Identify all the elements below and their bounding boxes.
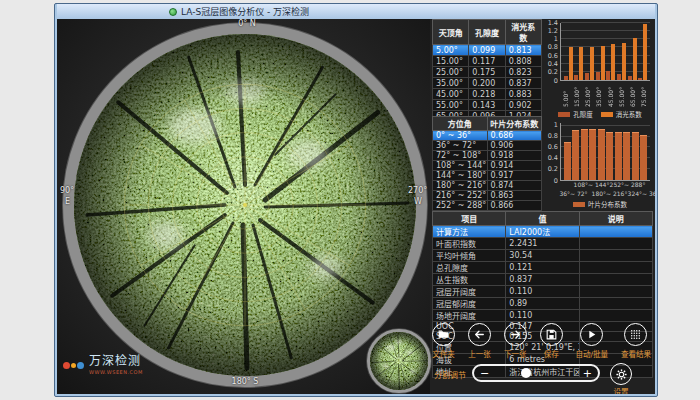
cell: 45.00° (433, 89, 469, 100)
y-tick-label: 1 (554, 36, 558, 43)
play-icon (580, 323, 603, 346)
table-row[interactable]: 叶面积指数2.2431 (433, 238, 653, 250)
button-label: 上一张 (468, 348, 491, 359)
cell: 0.874 (487, 181, 542, 191)
slider-plus-button[interactable]: + (583, 368, 592, 379)
table-row[interactable]: 冠层开阔度0.110 (433, 286, 653, 298)
arrow-left-button[interactable]: 上一张 (468, 323, 491, 361)
table-row[interactable]: 35.00°0.2000.837 (433, 78, 542, 89)
cell: 丛生指数 (433, 274, 506, 286)
bar (564, 76, 568, 80)
legend-item: 消光系数 (601, 109, 642, 119)
cell: 0.110 (506, 286, 579, 298)
column-header: 孔隙度 (469, 20, 505, 45)
x-tick-label: 55.00° (616, 81, 627, 107)
cell: 总孔隙度 (433, 262, 506, 274)
cell: 0.110 (506, 310, 579, 322)
bar-group (584, 23, 595, 80)
compass-north-label: 0° N (225, 19, 269, 28)
cell: 2.2431 (506, 238, 579, 250)
table-row[interactable]: 252° ~ 288°0.866 (433, 201, 542, 211)
y-tick-label: 0.2 (548, 167, 558, 174)
cell: 冠层开阔度 (433, 286, 506, 298)
cell: 0.823 (505, 67, 541, 78)
table-row[interactable]: 144° ~ 180°0.917 (433, 171, 542, 181)
chart-legend: 叶片分布系数 (546, 199, 654, 209)
settings-button[interactable]: 设置 (610, 363, 632, 394)
column-header: 说明 (579, 212, 652, 226)
x-tick-label: 35.00° (594, 81, 605, 107)
table-row[interactable]: 15.00°0.1170.808 (433, 56, 542, 67)
button-label: 下一张 (504, 348, 527, 359)
table-row[interactable]: 0° ~ 36°0.686 (433, 131, 542, 141)
bar-group (631, 123, 640, 180)
x-tick-label: 108°~ 144° (574, 181, 610, 188)
legend-label: 消光系数 (616, 109, 642, 119)
toolbar: 文件夹上一张下一张保存自动/批量查看结果 (432, 323, 651, 361)
cell (579, 274, 652, 286)
table-row[interactable]: 丛生指数0.837 (433, 274, 653, 286)
y-tick-label: 0.4 (548, 61, 558, 68)
title-bar[interactable]: LA-S冠层图像分析仪 - 万深检测 (57, 4, 655, 19)
y-tick-label: 0 (554, 178, 558, 185)
cell: 计算方法 (433, 226, 506, 238)
table-row[interactable]: 72° ~ 108°0.918 (433, 151, 542, 161)
logo-text: 万深检测 (89, 355, 143, 367)
bar (596, 72, 600, 80)
slider-minus-button[interactable]: − (480, 368, 489, 379)
cell: LAI2000法 (506, 226, 579, 238)
table-row[interactable]: 216° ~ 252°0.863 (433, 191, 542, 201)
segmentation-label: 分割调节 (434, 369, 466, 380)
cell: 0.813 (505, 45, 541, 56)
folder-button[interactable]: 文件夹 (432, 323, 455, 361)
cell: 0.917 (487, 171, 542, 181)
bar-group (640, 123, 649, 180)
table-row[interactable]: 冠层郁闭度0.89 (433, 298, 653, 310)
x-tick-label: 324°~ 360° (628, 190, 655, 197)
cell: 0.218 (469, 89, 505, 100)
plot-area (560, 123, 650, 181)
table-row[interactable]: 36° ~ 72°0.906 (433, 141, 542, 151)
cell: 108° ~ 144° (433, 161, 488, 171)
plot-area (560, 23, 650, 81)
cell: 0.099 (469, 45, 505, 56)
table-row[interactable]: 45.00°0.2180.883 (433, 89, 542, 100)
bar-group (595, 23, 606, 80)
bar (598, 129, 605, 180)
table-row[interactable]: 平均叶倾角30.54 (433, 250, 653, 262)
compass-west-degrees: 270° (408, 186, 427, 195)
logo-subtext: WWW.WSEEN.COM (89, 369, 143, 375)
arrow-right-button[interactable]: 下一张 (504, 323, 527, 361)
table-row[interactable]: 25.00°0.1750.823 (433, 67, 542, 78)
window-content: 0° N 180° S 90° E 270° W 万深检测 WWW.WSEEN.… (57, 19, 655, 394)
table-row[interactable]: 总孔隙度0.121 (433, 262, 653, 274)
folder-icon (432, 323, 455, 346)
cell: 25.00° (433, 67, 469, 78)
table-row[interactable]: 55.00°0.1430.902 (433, 100, 542, 111)
save-button[interactable]: 保存 (540, 323, 563, 361)
play-button[interactable]: 自动/批量 (576, 323, 609, 361)
bar (581, 129, 588, 180)
table-row[interactable]: 5.00°0.0990.813 (433, 45, 542, 56)
legend-item: 孔隙度 (558, 109, 593, 119)
grid-icon (624, 323, 647, 346)
bar-group (614, 123, 623, 180)
table-row[interactable]: 180° ~ 216°0.874 (433, 181, 542, 191)
cell: 35.00° (433, 78, 469, 89)
segmentation-slider[interactable]: − + (472, 364, 600, 382)
legend-swatch (601, 112, 613, 117)
image-canvas: 0° N 180° S 90° E 270° W 万深检测 WWW.WSEEN.… (57, 19, 430, 394)
cell: 0.837 (506, 274, 579, 286)
table-row[interactable]: 场地开阔度0.110 (433, 310, 653, 322)
table-row[interactable]: 计算方法LAI2000法 (433, 226, 653, 238)
bar-group (627, 23, 638, 80)
x-tick-label: 36°~ 72° (559, 190, 587, 197)
table-row[interactable]: 108° ~ 144°0.914 (433, 161, 542, 171)
cell: 36° ~ 72° (433, 141, 488, 151)
grid-button[interactable]: 查看结果 (621, 323, 651, 361)
canopy-photo (74, 34, 416, 376)
slider-thumb[interactable] (521, 368, 531, 378)
x-tick-label: 5.00° (560, 81, 571, 107)
bar (643, 24, 647, 80)
cell: 冠层郁闭度 (433, 298, 506, 310)
